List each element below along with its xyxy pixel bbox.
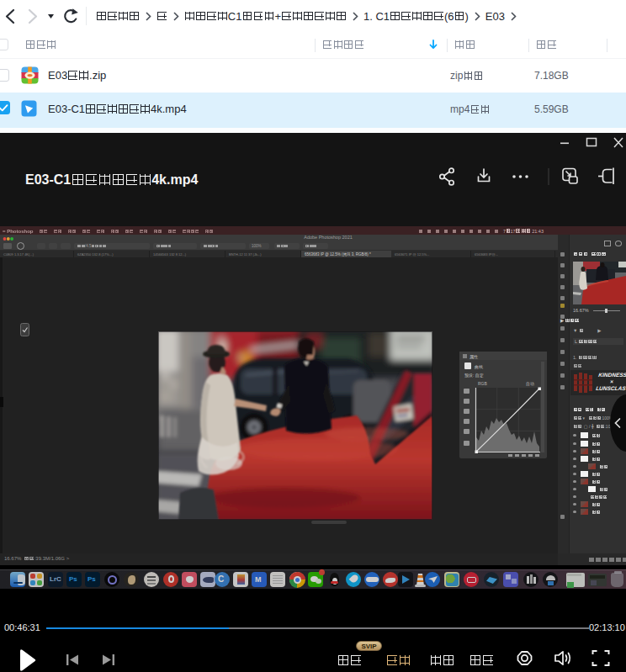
svg-text:属性: 属性 [470,354,478,359]
svg-text:自动: 自动 [526,381,534,386]
svg-text:RGB: RGB [478,381,488,386]
svg-text:曲线: 曲线 [475,364,483,370]
svg-text:预设: 自定: 预设: 自定 [464,373,484,378]
